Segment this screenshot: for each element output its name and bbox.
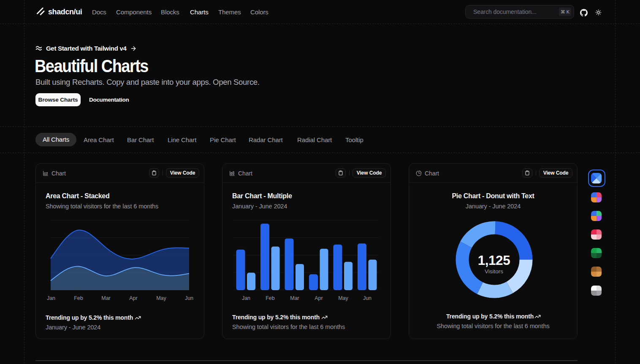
svg-text:Jan: Jan bbox=[47, 295, 55, 301]
svg-text:Mar: Mar bbox=[290, 295, 299, 301]
svg-text:Jun: Jun bbox=[185, 295, 193, 301]
svg-text:Feb: Feb bbox=[266, 295, 275, 301]
svg-text:May: May bbox=[156, 295, 166, 301]
svg-text:May: May bbox=[338, 295, 348, 301]
svg-text:Feb: Feb bbox=[74, 295, 83, 301]
svg-text:Mar: Mar bbox=[101, 295, 111, 301]
svg-text:Jun: Jun bbox=[363, 295, 372, 301]
svg-text:Apr: Apr bbox=[315, 295, 323, 301]
svg-text:Jan: Jan bbox=[242, 295, 250, 301]
svg-text:Apr: Apr bbox=[129, 295, 137, 301]
